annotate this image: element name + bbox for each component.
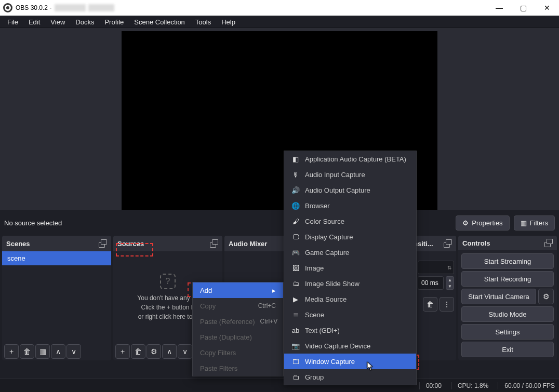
image-icon: 🖼 [291, 264, 300, 272]
close-button[interactable]: ✕ [535, 0, 559, 16]
source-type-browser[interactable]: 🌐Browser [284, 198, 416, 213]
menu-file[interactable]: File [2, 17, 23, 28]
slides-icon: 🗂 [291, 279, 300, 288]
popout-icon[interactable] [444, 239, 452, 248]
source-type-application-audio-capture-beta-[interactable]: ◧Application Audio Capture (BETA) [284, 151, 416, 167]
start-virtual-camera-button[interactable]: Start Virtual Camera [461, 289, 536, 304]
virtual-camera-settings-button[interactable]: ⚙ [538, 289, 554, 304]
transition-duration-input[interactable]: 00 ms [418, 276, 444, 290]
menu-docks[interactable]: Docks [70, 17, 99, 28]
move-down-button[interactable]: ∨ [66, 344, 81, 359]
source-target-label: No source selected [4, 219, 62, 227]
menu-view[interactable]: View [45, 17, 70, 28]
source-move-down-button[interactable]: ∨ [178, 344, 192, 359]
source-type-audio-output-capture[interactable]: 🔊Audio Output Capture [284, 182, 416, 198]
source-type-image-slide-show[interactable]: 🗂Image Slide Show [284, 276, 416, 291]
minimize-button[interactable]: — [487, 0, 511, 16]
add-source-submenu: ◧Application Audio Capture (BETA)🎙Audio … [284, 151, 417, 385]
play-icon: ▶ [291, 295, 300, 303]
menu-bar: File Edit View Docks Profile Scene Colle… [0, 16, 559, 28]
scenes-title: Scenes [6, 240, 30, 248]
ctx-item-paste-filters: Paste Filters [193, 360, 283, 376]
menu-scene-collection[interactable]: Scene Collection [129, 17, 190, 28]
start-recording-button[interactable]: Start Recording [461, 271, 554, 287]
scenes-dock: Scenes scene + 🗑 ▥ ∧ ∨ [2, 236, 111, 360]
source-type-image[interactable]: 🖼Image [284, 260, 416, 276]
window-title: OBS 30.0.2 - [16, 4, 114, 12]
preview-area[interactable] [0, 28, 559, 210]
ctx-item-copy: CopyCtrl+C [193, 298, 283, 314]
text-icon: ab [291, 326, 300, 334]
scene-filters-button[interactable]: ▥ [35, 344, 50, 359]
popout-icon[interactable] [544, 239, 553, 247]
display-icon: 🖵 [291, 233, 300, 241]
status-fps: 60.00 / 60.00 FPS [498, 382, 555, 389]
status-cpu: CPU: 1.8% [451, 382, 488, 389]
properties-button[interactable]: ⚙Properties [456, 215, 509, 231]
source-type-window-capture[interactable]: 🗔Window Capture [284, 354, 416, 369]
maximize-button[interactable]: ▢ [511, 0, 535, 16]
exit-button[interactable]: Exit [461, 342, 554, 357]
status-time: 00:00 [419, 382, 442, 389]
obs-logo-icon [3, 3, 12, 12]
studio-mode-button[interactable]: Studio Mode [461, 306, 554, 322]
remove-source-button[interactable]: 🗑 [131, 344, 145, 359]
source-type-audio-input-capture[interactable]: 🎙Audio Input Capture [284, 167, 416, 182]
source-toolbar: No source selected ⚙Properties ▥Filters [0, 210, 559, 236]
ctx-item-add[interactable]: Add▸ [193, 282, 283, 298]
window-icon: 🗔 [291, 357, 300, 366]
scene-item[interactable]: scene [2, 251, 111, 265]
brush-icon: 🖌 [291, 217, 300, 225]
title-bar: OBS 30.0.2 - — ▢ ✕ [0, 0, 559, 16]
source-type-media-source[interactable]: ▶Media Source [284, 291, 416, 307]
ctx-item-paste-duplicate-: Paste (Duplicate) [193, 329, 283, 345]
move-up-button[interactable]: ∧ [51, 344, 65, 359]
source-type-scene[interactable]: ≣Scene [284, 307, 416, 322]
ctx-item-copy-filters: Copy Filters [193, 345, 283, 360]
controls-title: Controls [462, 239, 490, 247]
source-type-display-capture[interactable]: 🖵Display Capture [284, 229, 416, 245]
add-scene-button[interactable]: + [4, 344, 19, 359]
mixer-title: Audio Mixer [229, 240, 267, 248]
filters-button[interactable]: ▥Filters [514, 215, 555, 231]
source-type-text-gdi-[interactable]: abText (GDI+) [284, 322, 416, 338]
menu-profile[interactable]: Profile [99, 17, 129, 28]
list-icon: ≣ [291, 310, 300, 319]
folder-icon: 🗀 [291, 373, 300, 381]
transition-select[interactable]: ⇅ [418, 261, 454, 274]
sources-title: Sources [117, 240, 144, 248]
settings-button[interactable]: Settings [461, 324, 554, 340]
duration-spinner[interactable]: ▲▼ [446, 276, 454, 290]
popout-icon[interactable] [99, 239, 107, 248]
transition-remove-button[interactable]: 🗑 [423, 297, 437, 312]
source-properties-button[interactable]: ⚙ [147, 344, 161, 359]
source-context-menu: Add▸CopyCtrl+CPaste (Reference)Ctrl+VPas… [192, 282, 284, 376]
ctx-item-paste-reference-: Paste (Reference)Ctrl+V [193, 314, 283, 329]
status-bar: 00:00 CPU: 1.8% 60.00 / 60.00 FPS [0, 379, 559, 392]
source-type-video-capture-device[interactable]: 📷Video Capture Device [284, 338, 416, 354]
source-type-game-capture[interactable]: 🎮Game Capture [284, 245, 416, 260]
source-type-group[interactable]: 🗀Group [284, 369, 416, 385]
menu-tools[interactable]: Tools [190, 17, 216, 28]
source-move-up-button[interactable]: ∧ [162, 344, 177, 359]
popout-icon[interactable] [210, 239, 218, 248]
transition-more-button[interactable]: ⋮ [440, 297, 454, 312]
missing-source-icon: ? [160, 274, 176, 289]
gamepad-icon: 🎮 [291, 248, 300, 256]
globe-icon: 🌐 [291, 201, 300, 210]
filters-icon: ▥ [521, 219, 527, 227]
camera-icon: 📷 [291, 342, 300, 350]
speaker-icon: 🔊 [291, 186, 300, 194]
menu-help[interactable]: Help [216, 17, 241, 28]
mic-icon: 🎙 [291, 170, 300, 179]
add-source-button[interactable]: + [115, 344, 130, 359]
controls-dock: Controls Start Streaming Start Recording… [458, 236, 557, 360]
menu-edit[interactable]: Edit [23, 17, 45, 28]
gear-icon: ⚙ [462, 219, 469, 227]
app-audio-icon: ◧ [291, 155, 300, 163]
remove-scene-button[interactable]: 🗑 [20, 344, 34, 359]
start-streaming-button[interactable]: Start Streaming [461, 253, 554, 269]
source-type-color-source[interactable]: 🖌Color Source [284, 213, 416, 229]
